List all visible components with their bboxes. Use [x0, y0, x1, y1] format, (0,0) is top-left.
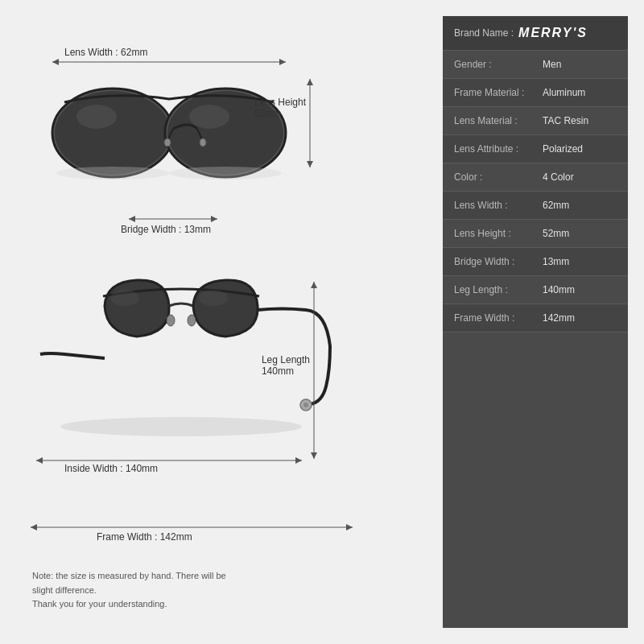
note-text: Note: the size is measured by hand. Ther… [32, 571, 226, 609]
spec-label: Lens Width : [454, 200, 543, 211]
spec-row: Frame Width :142mm [443, 304, 628, 332]
svg-point-26 [110, 290, 139, 306]
spec-value: Aluminum [543, 87, 585, 98]
svg-point-22 [167, 315, 175, 326]
frame-width-arrow [31, 522, 353, 533]
front-view-glasses [40, 68, 298, 213]
spec-value: 62mm [543, 200, 569, 211]
spec-value: TAC Resin [543, 115, 588, 126]
svg-marker-36 [311, 282, 317, 288]
frame-width-annotation: Frame Width : 142mm [97, 531, 192, 543]
spec-label: Frame Material : [454, 87, 543, 98]
svg-point-8 [164, 138, 171, 147]
spec-value: 52mm [543, 228, 569, 239]
brand-row: Brand Name : MERRY'S [443, 16, 628, 51]
brand-label: Brand Name : [454, 27, 514, 39]
bridge-width-annotation: Bridge Width : 13mm [121, 224, 211, 235]
lens-width-arrow [52, 56, 286, 68]
spec-value: 13mm [543, 256, 569, 267]
spec-label: Frame Width : [454, 312, 543, 324]
svg-point-10 [200, 138, 206, 147]
svg-point-12 [76, 105, 117, 129]
svg-point-14 [56, 167, 169, 180]
specs-rows: Gender :MenFrame Material :AluminumLens … [443, 51, 628, 332]
spec-label: Lens Height : [454, 228, 543, 239]
spec-label: Lens Material : [454, 115, 543, 126]
inside-width-arrow [36, 455, 302, 466]
leg-length-annotation: Leg Length 140mm [262, 354, 310, 377]
svg-marker-20 [129, 216, 135, 222]
spec-row: Lens Material :TAC Resin [443, 107, 628, 135]
spec-row: Frame Material :Aluminum [443, 79, 628, 107]
note-area: Note: the size is measured by hand. Ther… [32, 569, 233, 612]
svg-marker-34 [346, 524, 353, 530]
svg-marker-2 [279, 59, 286, 65]
spec-row: Bridge Width :13mm [443, 248, 628, 276]
left-panel: Lens Width : 62mm [16, 16, 435, 628]
spec-row: Leg Length :140mm [443, 276, 628, 304]
svg-marker-37 [311, 452, 317, 459]
svg-point-23 [188, 315, 196, 326]
svg-marker-1 [52, 59, 59, 65]
bridge-width-arrow [129, 213, 217, 225]
lens-height-arrow [304, 79, 316, 167]
spec-value: 140mm [543, 284, 575, 295]
svg-point-4 [55, 91, 171, 175]
svg-marker-17 [307, 79, 313, 85]
spec-row: Lens Attribute :Polarized [443, 135, 628, 163]
spec-value: 4 Color [543, 171, 574, 183]
spec-value: Men [543, 59, 561, 70]
svg-point-28 [60, 417, 302, 436]
specs-panel: Brand Name : MERRY'S Gender :MenFrame Ma… [443, 16, 628, 628]
spec-value: 142mm [543, 312, 575, 324]
svg-marker-18 [307, 161, 313, 167]
svg-marker-31 [295, 457, 302, 464]
brand-value: MERRY'S [518, 26, 588, 40]
spec-label: Bridge Width : [454, 256, 543, 267]
spec-row: Lens Width :62mm [443, 192, 628, 220]
lens-height-annotation: Lens Height 52mm [254, 97, 306, 119]
spec-row: Lens Height :52mm [443, 220, 628, 248]
spec-label: Color : [454, 171, 543, 183]
main-container: Lens Width : 62mm [0, 0, 644, 644]
spec-label: Leg Length : [454, 284, 543, 295]
svg-marker-30 [36, 457, 43, 464]
diagram-area: Lens Width : 62mm [16, 16, 435, 628]
svg-point-13 [189, 105, 229, 129]
svg-point-15 [169, 167, 282, 180]
svg-marker-33 [31, 524, 37, 530]
spec-value: Polarized [543, 143, 583, 155]
spec-label: Gender : [454, 59, 543, 70]
svg-marker-21 [211, 216, 217, 222]
leg-length-arrow [308, 282, 320, 459]
spec-row: Gender :Men [443, 51, 628, 79]
spec-row: Color :4 Color [443, 163, 628, 192]
spec-label: Lens Attribute : [454, 143, 543, 155]
svg-point-27 [199, 290, 228, 306]
